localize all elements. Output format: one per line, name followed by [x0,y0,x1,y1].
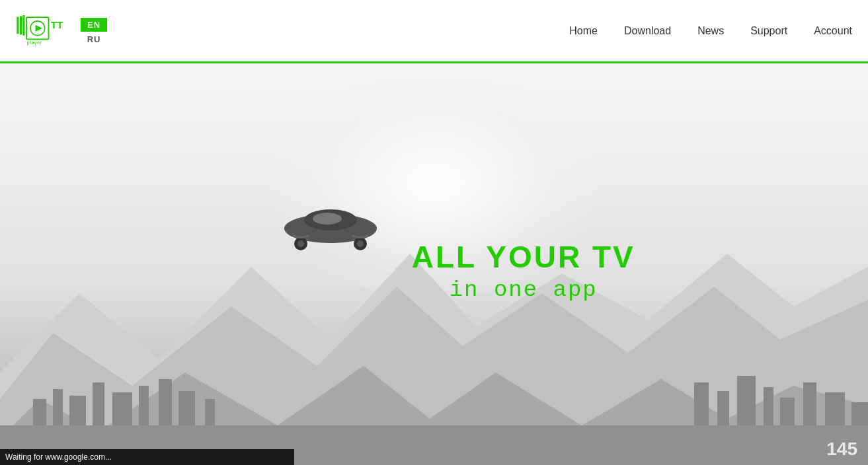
svg-rect-2 [22,15,24,35]
hero-title: ALL YOUR TV [412,239,635,275]
svg-rect-20 [205,399,215,425]
nav-news[interactable]: News [697,25,724,37]
svg-point-35 [357,240,364,247]
svg-rect-14 [69,396,86,425]
hero-text-block: ALL YOUR TV in one app [412,239,635,303]
corner-number: 145 [826,439,857,460]
mountains-illustration [0,188,868,465]
browser-status-bar: Waiting for www.google.com... [0,449,294,465]
site-header: TT player EN RU Home Download News Suppo… [0,0,868,63]
svg-rect-0 [17,17,19,34]
nav-home[interactable]: Home [569,25,598,37]
flying-car-illustration [264,192,397,252]
main-nav: Home Download News Support Account [569,25,852,37]
lang-ru-button[interactable]: RU [87,34,101,44]
hero-section: ALL YOUR TV in one app 145 [0,63,868,465]
svg-rect-26 [803,382,816,425]
svg-rect-17 [139,386,149,425]
svg-rect-28 [851,402,868,425]
svg-rect-15 [93,382,104,425]
nav-account[interactable]: Account [814,25,852,37]
svg-rect-12 [33,399,46,425]
svg-rect-24 [764,387,773,425]
svg-text:player: player [27,40,42,45]
svg-point-33 [297,240,304,247]
hero-subtitle: in one app [412,277,635,303]
language-switcher[interactable]: EN RU [81,18,107,44]
svg-rect-25 [780,398,795,425]
svg-rect-22 [717,391,729,425]
svg-rect-1 [20,16,22,34]
svg-rect-21 [694,382,709,425]
svg-rect-27 [825,392,845,425]
logo-area: TT player EN RU [16,7,107,55]
svg-rect-13 [53,389,63,425]
nav-support[interactable]: Support [750,25,787,37]
svg-marker-5 [36,24,42,31]
status-text: Waiting for www.google.com... [5,452,112,462]
logo-icon[interactable]: TT player [16,7,75,55]
svg-rect-18 [159,379,172,425]
svg-rect-23 [737,376,756,425]
nav-download[interactable]: Download [624,25,671,37]
svg-rect-19 [178,391,195,425]
svg-text:TT: TT [51,19,63,30]
svg-point-31 [313,213,342,225]
lang-en-button[interactable]: EN [81,18,107,32]
svg-rect-16 [112,392,132,425]
